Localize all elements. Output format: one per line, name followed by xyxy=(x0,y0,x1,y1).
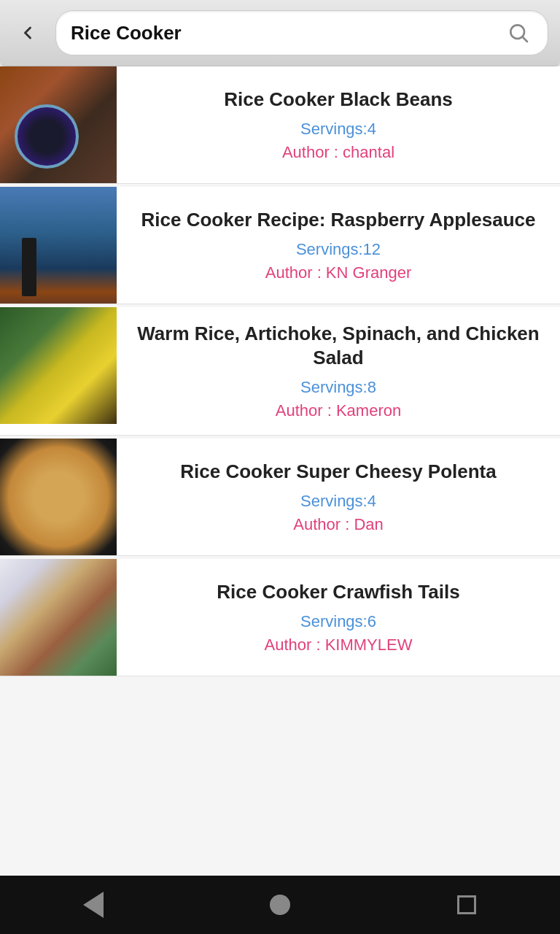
recent-square-icon xyxy=(457,895,476,914)
svg-line-1 xyxy=(523,37,527,42)
recipe-image xyxy=(0,439,117,555)
recipe-image xyxy=(0,559,117,676)
recipe-image xyxy=(0,307,117,424)
recipe-list: Rice Cooker Black Beans Servings:4 Autho… xyxy=(0,66,560,876)
recipe-card[interactable]: Rice Cooker Recipe: Raspberry Applesauce… xyxy=(0,187,560,304)
recipe-image xyxy=(0,187,117,304)
recipe-image xyxy=(0,66,117,183)
recipe-info: Rice Cooker Black Beans Servings:4 Autho… xyxy=(117,66,560,183)
recipe-servings: Servings:12 xyxy=(296,240,381,259)
recipe-author: Author : KIMMYLEW xyxy=(265,636,413,655)
recipe-servings: Servings:4 xyxy=(300,492,376,511)
nav-recent-button[interactable] xyxy=(445,883,489,927)
recipe-card[interactable]: Rice Cooker Super Cheesy Polenta Serving… xyxy=(0,439,560,556)
search-input-container[interactable] xyxy=(55,10,548,55)
recipe-servings: Servings:4 xyxy=(300,120,376,139)
recipe-info: Rice Cooker Recipe: Raspberry Applesauce… xyxy=(117,187,560,304)
recipe-author: Author : Dan xyxy=(293,515,384,534)
recipe-author: Author : KN Granger xyxy=(265,263,412,282)
recipe-author: Author : Kameron xyxy=(276,401,401,420)
recipe-title: Rice Cooker Crawfish Tails xyxy=(217,580,459,604)
recipe-card[interactable]: Warm Rice, Artichoke, Spinach, and Chick… xyxy=(0,307,560,436)
recipe-title: Warm Rice, Artichoke, Spinach, and Chick… xyxy=(131,322,545,369)
bottom-nav xyxy=(0,876,560,934)
search-icon xyxy=(507,21,530,45)
recipe-title: Rice Cooker Black Beans xyxy=(224,88,453,112)
search-bar xyxy=(0,0,560,66)
recipe-title: Rice Cooker Recipe: Raspberry Applesauce xyxy=(141,208,536,232)
nav-back-button[interactable] xyxy=(71,883,115,927)
recipe-info: Rice Cooker Crawfish Tails Servings:6 Au… xyxy=(117,559,560,676)
recipe-info: Warm Rice, Artichoke, Spinach, and Chick… xyxy=(117,307,560,435)
back-arrow-icon xyxy=(83,892,104,918)
recipe-card[interactable]: Rice Cooker Crawfish Tails Servings:6 Au… xyxy=(0,559,560,676)
recipe-servings: Servings:8 xyxy=(300,378,376,397)
search-icon-button[interactable] xyxy=(504,18,533,47)
home-circle-icon xyxy=(270,895,290,915)
svg-point-0 xyxy=(510,25,524,39)
recipe-info: Rice Cooker Super Cheesy Polenta Serving… xyxy=(117,439,560,555)
recipe-title: Rice Cooker Super Cheesy Polenta xyxy=(180,460,496,484)
recipe-card[interactable]: Rice Cooker Black Beans Servings:4 Autho… xyxy=(0,66,560,184)
recipe-author: Author : chantal xyxy=(282,143,394,162)
search-input[interactable] xyxy=(71,22,504,45)
recipe-servings: Servings:6 xyxy=(300,612,376,631)
nav-home-button[interactable] xyxy=(258,883,302,927)
back-button[interactable] xyxy=(12,17,44,49)
